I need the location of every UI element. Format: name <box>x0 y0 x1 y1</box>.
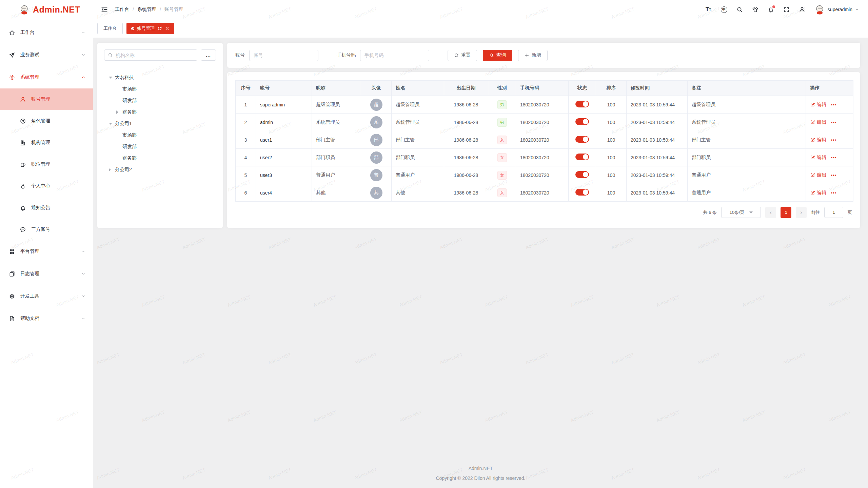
tab-account-mgmt[interactable]: 账号管理 <box>126 23 174 34</box>
font-size-icon[interactable]: TT <box>705 6 712 13</box>
sidebar-item-business-test[interactable]: 业务测试 <box>0 44 93 66</box>
tab-refresh-icon[interactable] <box>157 26 162 31</box>
tree-node-label: 市场部 <box>122 132 137 138</box>
sidebar-item-log-mgmt[interactable]: 日志管理 <box>0 263 93 285</box>
sidebar-item-notice[interactable]: 通知公告 <box>0 197 93 219</box>
cell-birthdate: 1986-06-28 <box>444 131 488 149</box>
edit-button[interactable]: 编辑 <box>810 190 826 196</box>
breadcrumb-item[interactable]: 工作台 <box>115 6 129 13</box>
tree-node[interactable]: 财务部 <box>104 152 216 164</box>
phone-input[interactable] <box>360 50 429 61</box>
sidebar-item-label: 职位管理 <box>31 161 85 167</box>
cell-name: 超级管理员 <box>392 96 444 114</box>
edit-button[interactable]: 编辑 <box>810 155 826 161</box>
tab-close-icon[interactable] <box>165 26 170 31</box>
tree-node[interactable]: 分公司2 <box>104 164 216 176</box>
tree-node[interactable]: 市场部 <box>104 129 216 141</box>
sidebar-item-help-docs[interactable]: 帮助文档 <box>0 307 93 330</box>
page-number-1[interactable]: 1 <box>781 207 791 218</box>
status-toggle[interactable] <box>575 118 589 125</box>
tree-node[interactable]: 大名科技 <box>104 72 216 83</box>
cell-sort: 100 <box>596 131 627 149</box>
row-more-button[interactable]: ••• <box>831 173 836 178</box>
caret-collapsed-icon[interactable] <box>116 110 122 114</box>
breadcrumb-separator: / <box>133 7 134 12</box>
status-toggle[interactable] <box>575 154 589 160</box>
search-button[interactable]: 查询 <box>483 50 512 61</box>
org-search-input[interactable] <box>116 53 194 58</box>
user-menu[interactable]: superadmin <box>814 4 859 15</box>
users-table-card: 序号账号昵称头像姓名出生日期性别手机号码状态排序修改时间备注操作 1 super… <box>227 72 860 228</box>
row-more-button[interactable]: ••• <box>831 102 836 107</box>
edit-button[interactable]: 编辑 <box>810 102 826 108</box>
edit-button[interactable]: 编辑 <box>810 119 826 125</box>
sidebar-item-third-party-account[interactable]: 三方账号 <box>0 219 93 240</box>
account-input[interactable] <box>249 50 318 61</box>
prev-page-button[interactable]: ‹ <box>765 207 776 218</box>
sidebar-item-system-mgmt[interactable]: 系统管理 <box>0 66 93 88</box>
footer: Admin.NET Copyright © 2022 Dilon All rig… <box>93 464 868 483</box>
cell-remark: 系统管理员 <box>688 114 806 131</box>
menu-fold-icon[interactable] <box>101 6 108 13</box>
reset-button[interactable]: 重置 <box>448 50 477 61</box>
users-table: 序号账号昵称头像姓名出生日期性别手机号码状态排序修改时间备注操作 1 super… <box>235 80 853 202</box>
caret-expanded-icon[interactable] <box>109 77 115 79</box>
column-header: 头像 <box>361 81 392 96</box>
gender-tag: 女 <box>497 153 507 162</box>
column-header: 性别 <box>488 81 516 96</box>
tree-node[interactable]: 分公司1 <box>104 118 216 129</box>
sidebar-item-profile-center[interactable]: 个人中心 <box>0 175 93 197</box>
sidebar-item-dev-tools[interactable]: 开发工具 <box>0 285 93 307</box>
next-page-button[interactable]: › <box>796 207 807 218</box>
cell-index: 3 <box>236 131 256 149</box>
sidebar-item-platform-mgmt[interactable]: 平台管理 <box>0 240 93 263</box>
sidebar-item-position-mgmt[interactable]: 职位管理 <box>0 154 93 175</box>
fullscreen-icon[interactable] <box>783 6 790 13</box>
sidebar-item-role-mgmt[interactable]: 角色管理 <box>0 110 93 132</box>
tree-node-label: 分公司1 <box>115 121 132 127</box>
search-icon[interactable] <box>736 6 743 13</box>
goto-page-input[interactable] <box>824 207 843 218</box>
cell-birthdate: 1986-06-28 <box>444 149 488 166</box>
app-logo[interactable]: Admin.NET <box>0 0 93 19</box>
avatar: 超 <box>370 99 382 111</box>
status-toggle[interactable] <box>575 101 589 107</box>
row-more-button[interactable]: ••• <box>831 120 836 125</box>
edit-button[interactable]: 编辑 <box>810 137 826 143</box>
sidebar-item-label: 账号管理 <box>31 96 85 102</box>
tree-node[interactable]: 财务部 <box>104 106 216 118</box>
breadcrumb-item[interactable]: 系统管理 <box>137 6 156 13</box>
tab-workbench[interactable]: 工作台 <box>97 23 123 34</box>
org-tree-panel: ... 大名科技市场部研发部财务部分公司1市场部研发部财务部分公司2 <box>97 43 223 228</box>
tree-node[interactable]: 市场部 <box>104 83 216 95</box>
row-more-button[interactable]: ••• <box>831 138 836 142</box>
row-more-button[interactable]: ••• <box>831 155 836 160</box>
cell-sort: 100 <box>596 114 627 131</box>
sidebar-item-label: 角色管理 <box>31 118 85 124</box>
tree-node[interactable]: 研发部 <box>104 95 216 106</box>
caret-expanded-icon[interactable] <box>109 123 115 125</box>
notification-icon[interactable] <box>768 6 774 13</box>
status-toggle[interactable] <box>575 171 589 178</box>
sidebar-menu: 工作台 业务测试 系统管理 账号管理 角色管理 <box>0 19 93 330</box>
status-toggle[interactable] <box>575 189 589 196</box>
avatar: 系 <box>370 116 382 128</box>
edit-button[interactable]: 编辑 <box>810 172 826 178</box>
tree-more-button[interactable]: ... <box>201 49 216 61</box>
logo-text: Admin.NET <box>33 5 80 15</box>
add-button[interactable]: 新增 <box>518 50 548 61</box>
profile-icon[interactable] <box>799 6 805 13</box>
main-area: 工作台 / 系统管理 / 账号管理 TT 中 <box>93 0 868 488</box>
page-size-select[interactable]: 10条/页 <box>721 207 761 218</box>
sidebar-item-org-mgmt[interactable]: 机构管理 <box>0 132 93 154</box>
language-icon[interactable]: 中 <box>721 6 727 13</box>
cell-nickname: 系统管理员 <box>312 114 361 131</box>
sidebar-item-label: 机构管理 <box>31 140 85 146</box>
theme-icon[interactable] <box>752 6 758 13</box>
row-more-button[interactable]: ••• <box>831 190 836 195</box>
sidebar-item-account-mgmt[interactable]: 账号管理 <box>0 88 93 110</box>
sidebar-item-workbench[interactable]: 工作台 <box>0 21 93 44</box>
tree-node[interactable]: 研发部 <box>104 141 216 152</box>
caret-collapsed-icon[interactable] <box>109 168 115 171</box>
status-toggle[interactable] <box>575 136 589 143</box>
